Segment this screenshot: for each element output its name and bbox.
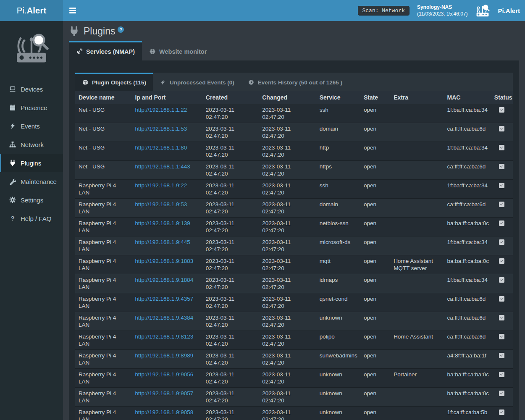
tab-services-nmap[interactable]: Services (NMAP): [69, 41, 142, 60]
cell-changed: 2023-03-11 02:47:20: [259, 312, 316, 331]
ip-port-link[interactable]: http://192.168.1.1:80: [135, 144, 187, 151]
ip-port-link[interactable]: http://192.168.1.9:53: [135, 201, 187, 207]
tab-website-monitor[interactable]: Website monitor: [142, 41, 214, 60]
cell-changed: 2023-03-11 02:47:20: [259, 369, 316, 388]
cell-device-name: Raspberry Pi 4 LAN: [75, 236, 131, 255]
column-header-ip-and-port[interactable]: Ip and Port: [131, 91, 202, 104]
subtab-events-history-50-out-of-1265[interactable]: Events History (50 out of 1265 ): [241, 73, 349, 91]
brand-logo[interactable]: Pi.Alert: [0, 0, 63, 21]
sidebar-item-help-faq[interactable]: Help / FAQ: [0, 209, 63, 228]
sidebar-item-events[interactable]: Events: [0, 117, 63, 135]
status-checkbox[interactable]: [499, 183, 504, 188]
ip-port-link[interactable]: http://192.168.1.9:4357: [135, 296, 193, 302]
cell-state: open: [360, 388, 390, 407]
status-checkbox[interactable]: [499, 410, 504, 415]
cell-mac: 1f:ba:ff:ca:ba:34: [444, 180, 491, 199]
ip-port-link[interactable]: http://192.168.1.9:9057: [135, 390, 193, 396]
hamburger-menu-button[interactable]: [63, 0, 82, 21]
cell-state: open: [360, 180, 390, 199]
help-badge[interactable]: ?: [118, 26, 124, 33]
column-header-state[interactable]: State: [360, 91, 390, 104]
cell-ip-port: http://192.168.1.9:9056: [131, 369, 202, 388]
status-checkbox[interactable]: [499, 220, 504, 226]
cell-service: domain: [316, 123, 360, 142]
status-checkbox[interactable]: [499, 145, 504, 150]
table-row: Raspberry Pi 4 LANhttp://192.168.1.9:532…: [75, 199, 513, 218]
status-checkbox[interactable]: [499, 258, 504, 264]
table-row: Net - USGhttp://192.168.1.1:532023-03-11…: [75, 123, 513, 142]
ip-port-link[interactable]: http://192.168.1.9:1883: [135, 258, 193, 264]
cell-ip-port: http://192.168.1.9:139: [131, 218, 202, 236]
sidebar-item-label: Maintenance: [21, 178, 57, 185]
cell-created: 2023-03-11 02:47:20: [202, 388, 259, 407]
status-checkbox[interactable]: [499, 277, 504, 283]
status-checkbox[interactable]: [499, 372, 504, 377]
router-scan-icon: [475, 4, 490, 17]
status-checkbox[interactable]: [499, 391, 504, 396]
sidebar-item-devices[interactable]: Devices: [0, 80, 63, 98]
column-header-status[interactable]: Status: [491, 91, 513, 104]
cell-changed: 2023-03-11 02:47:20: [259, 255, 316, 274]
column-header-extra[interactable]: Extra: [390, 91, 444, 104]
subtab-unprocessed-events-0[interactable]: Unprocessed Events (0): [153, 73, 241, 91]
sidebar-menu: DevicesPresenceEventsNetworkPluginsMaint…: [0, 80, 63, 228]
ip-port-link[interactable]: http://192.168.1.9:445: [135, 239, 190, 245]
ip-port-link[interactable]: http://192.168.1.9:8989: [135, 352, 193, 359]
table-row: Net - USGhttp://192.168.1.1:4432023-03-1…: [75, 161, 513, 180]
column-header-mac[interactable]: MAC: [444, 91, 491, 104]
status-checkbox[interactable]: [499, 353, 504, 358]
ip-port-link[interactable]: http://192.168.1.9:4384: [135, 315, 193, 321]
sidebar-item-presence[interactable]: Presence: [0, 98, 63, 117]
status-checkbox[interactable]: [499, 239, 504, 245]
cell-state: open: [360, 142, 390, 161]
cell-device-name: Raspberry Pi 4 LAN: [75, 293, 131, 312]
column-header-device-name[interactable]: Device name: [75, 91, 131, 104]
cell-state: open: [360, 293, 390, 312]
table-row: Raspberry Pi 4 LANhttp://192.168.1.9:188…: [75, 274, 513, 293]
ip-port-link[interactable]: http://192.168.1.9:9058: [135, 409, 193, 415]
cell-mac: ca:ff:ff:ca:ba:6d: [444, 331, 491, 350]
plugin-tabs: Services (NMAP)Website monitor: [69, 41, 519, 60]
column-header-created[interactable]: Created: [202, 91, 259, 104]
column-header-changed[interactable]: Changed: [259, 91, 316, 104]
cell-status: [491, 274, 513, 293]
status-checkbox[interactable]: [499, 107, 504, 113]
ip-port-link[interactable]: http://192.168.1.9:139: [135, 220, 190, 226]
tab-label: Website monitor: [159, 48, 207, 55]
cell-changed: 2023-03-11 02:47:20: [259, 180, 316, 199]
cell-changed: 2023-03-11 02:47:20: [259, 274, 316, 293]
cell-status: [491, 199, 513, 218]
ip-port-link[interactable]: http://192.168.1.1:53: [135, 126, 187, 132]
status-checkbox[interactable]: [499, 315, 504, 320]
cell-ip-port: http://192.168.1.9:4357: [131, 293, 202, 312]
cell-changed: 2023-03-11 02:47:20: [259, 331, 316, 350]
column-header-service[interactable]: Service: [316, 91, 360, 104]
sidebar-item-label: Devices: [21, 86, 43, 93]
table-row: Raspberry Pi 4 LANhttp://192.168.1.9:445…: [75, 236, 513, 255]
cell-extra: Home Assistant MQTT server: [390, 255, 444, 274]
sidebar-item-network[interactable]: Network: [0, 135, 63, 154]
cell-ip-port: http://192.168.1.9:9058: [131, 407, 202, 420]
status-checkbox[interactable]: [499, 334, 504, 339]
status-checkbox[interactable]: [499, 126, 504, 131]
host-timestamp: (11/03/2023, 15:46:07): [417, 10, 468, 17]
ip-port-link[interactable]: http://192.168.1.9:8123: [135, 333, 193, 340]
ip-port-link[interactable]: http://192.168.1.9:1884: [135, 277, 193, 283]
ip-port-link[interactable]: http://192.168.1.9:9056: [135, 371, 193, 378]
status-checkbox[interactable]: [499, 202, 504, 207]
status-checkbox[interactable]: [499, 296, 504, 302]
bolt-icon: [9, 123, 16, 129]
table-row: Raspberry Pi 4 LANhttp://192.168.1.9:435…: [75, 293, 513, 312]
subtab-label: Events History (50 out of 1265 ): [258, 79, 342, 86]
status-checkbox[interactable]: [499, 164, 504, 169]
cell-service: https: [316, 161, 360, 180]
sidebar-item-settings[interactable]: Settings: [0, 191, 63, 209]
subtab-plugin-objects-115[interactable]: Plugin Objects (115): [75, 73, 153, 91]
sidebar-item-maintenance[interactable]: Maintenance: [0, 172, 63, 191]
ip-port-link[interactable]: http://192.168.1.1:443: [135, 163, 190, 170]
ip-port-link[interactable]: http://192.168.1.9:22: [135, 182, 187, 189]
sidebar-item-plugins[interactable]: Plugins: [0, 154, 63, 172]
ip-port-link[interactable]: http://192.168.1.1:22: [135, 107, 187, 113]
cell-mac: 1f:ba:ff:ca:ba:34: [444, 236, 491, 255]
cell-device-name: Raspberry Pi 4 LAN: [75, 350, 131, 369]
